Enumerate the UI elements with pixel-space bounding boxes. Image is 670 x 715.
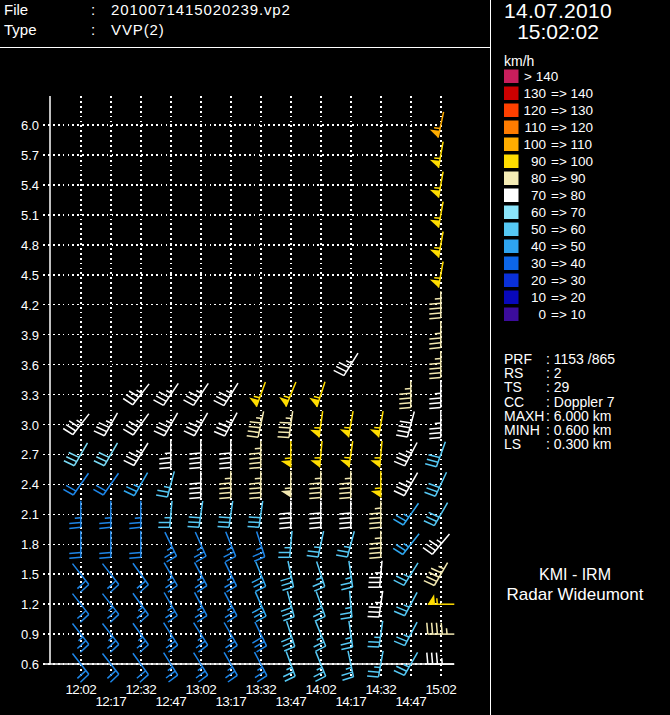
svg-text:14.07.2010: 14.07.2010 bbox=[504, 0, 612, 22]
svg-text:130: 130 bbox=[523, 86, 546, 101]
svg-text:10: 10 bbox=[531, 290, 546, 305]
svg-text:110: 110 bbox=[524, 120, 546, 135]
svg-text:=> 70: => 70 bbox=[551, 205, 586, 220]
svg-text:2.7: 2.7 bbox=[21, 447, 39, 462]
svg-text:Radar Wideumont: Radar Wideumont bbox=[506, 585, 643, 604]
svg-text:20: 20 bbox=[531, 273, 546, 288]
svg-text:13:32: 13:32 bbox=[245, 682, 276, 697]
svg-text:2.1: 2.1 bbox=[21, 507, 39, 522]
svg-text:=> 130: => 130 bbox=[551, 103, 593, 118]
svg-text:3.6: 3.6 bbox=[21, 358, 39, 373]
svg-text:80: 80 bbox=[531, 171, 546, 186]
svg-text:12:17: 12:17 bbox=[95, 694, 126, 709]
svg-text:1.5: 1.5 bbox=[21, 567, 39, 582]
svg-text:> 140: > 140 bbox=[524, 69, 558, 84]
svg-text:VVP(2): VVP(2) bbox=[111, 21, 165, 38]
svg-text:120: 120 bbox=[523, 103, 546, 118]
svg-text:70: 70 bbox=[531, 188, 546, 203]
svg-text:13:02: 13:02 bbox=[185, 682, 216, 697]
svg-text:40: 40 bbox=[531, 239, 546, 254]
svg-text:13:47: 13:47 bbox=[275, 694, 306, 709]
svg-text:2.4: 2.4 bbox=[21, 477, 39, 492]
svg-text:0.9: 0.9 bbox=[21, 627, 39, 642]
svg-text:=> 80: => 80 bbox=[551, 188, 586, 203]
svg-text:0.6: 0.6 bbox=[21, 657, 39, 672]
svg-text:4.8: 4.8 bbox=[21, 238, 39, 253]
svg-text:km/h: km/h bbox=[504, 53, 534, 69]
svg-text:=> 60: => 60 bbox=[551, 222, 586, 237]
svg-text:5.1: 5.1 bbox=[21, 208, 39, 223]
svg-text:14:47: 14:47 bbox=[395, 694, 426, 709]
svg-text:30: 30 bbox=[531, 256, 546, 271]
svg-text:File: File bbox=[4, 1, 28, 18]
svg-text:Type: Type bbox=[4, 21, 37, 38]
svg-text:=> 90: => 90 bbox=[551, 171, 586, 186]
svg-text:2010071415020239.vp2: 2010071415020239.vp2 bbox=[111, 1, 291, 18]
svg-text::: : bbox=[91, 21, 95, 38]
svg-text:=> 120: => 120 bbox=[551, 120, 593, 135]
svg-text:: 0.300 km: : 0.300 km bbox=[546, 436, 611, 452]
svg-text:=> 20: => 20 bbox=[551, 290, 586, 305]
svg-text:=> 140: => 140 bbox=[551, 86, 593, 101]
svg-text::: : bbox=[91, 1, 95, 18]
svg-text:4.2: 4.2 bbox=[21, 298, 39, 313]
svg-text:4.5: 4.5 bbox=[21, 268, 39, 283]
svg-text:50: 50 bbox=[531, 222, 546, 237]
svg-text:=> 50: => 50 bbox=[551, 239, 586, 254]
svg-text:90: 90 bbox=[531, 154, 546, 169]
svg-text:60: 60 bbox=[531, 205, 546, 220]
svg-text:13:17: 13:17 bbox=[215, 694, 246, 709]
svg-text:100: 100 bbox=[523, 137, 546, 152]
svg-text:=> 110: => 110 bbox=[551, 137, 592, 152]
svg-text:15:02:02: 15:02:02 bbox=[517, 20, 599, 43]
svg-text:14:02: 14:02 bbox=[305, 682, 336, 697]
svg-text:KMI - IRM: KMI - IRM bbox=[539, 566, 611, 583]
svg-text:3.0: 3.0 bbox=[21, 418, 39, 433]
svg-text:1.8: 1.8 bbox=[21, 537, 39, 552]
svg-text:12:32: 12:32 bbox=[125, 682, 156, 697]
svg-text:LS: LS bbox=[504, 436, 521, 452]
svg-text:12:47: 12:47 bbox=[155, 694, 186, 709]
svg-text:12:02: 12:02 bbox=[65, 682, 96, 697]
svg-text:3.3: 3.3 bbox=[21, 388, 39, 403]
svg-text:=> 30: => 30 bbox=[551, 273, 586, 288]
svg-text:14:32: 14:32 bbox=[365, 682, 396, 697]
svg-text:=> 100: => 100 bbox=[551, 154, 593, 169]
svg-text:5.7: 5.7 bbox=[21, 148, 39, 163]
svg-text:6.0: 6.0 bbox=[21, 118, 39, 133]
svg-text:14:17: 14:17 bbox=[335, 694, 366, 709]
svg-text:5.4: 5.4 bbox=[21, 178, 39, 193]
svg-text:15:02: 15:02 bbox=[425, 682, 456, 697]
svg-text:1.2: 1.2 bbox=[21, 597, 39, 612]
svg-text:0: 0 bbox=[538, 307, 546, 322]
svg-text:=> 40: => 40 bbox=[551, 256, 586, 271]
svg-text:=> 10: => 10 bbox=[551, 307, 586, 322]
svg-text:3.9: 3.9 bbox=[21, 328, 39, 343]
